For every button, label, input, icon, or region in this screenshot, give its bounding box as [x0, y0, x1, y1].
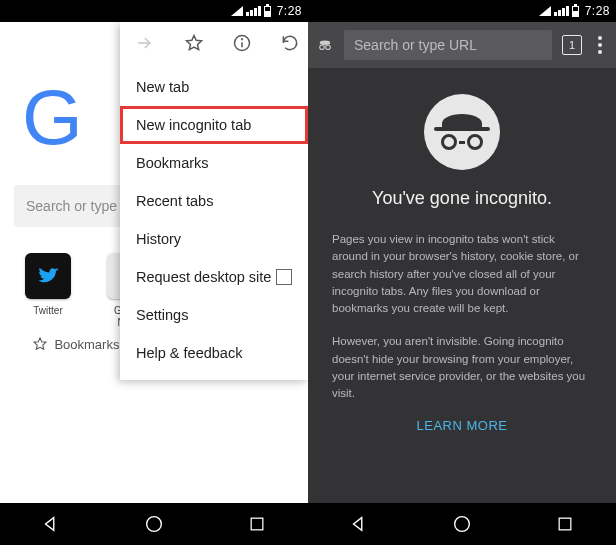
- svg-point-3: [242, 39, 243, 40]
- learn-more-link[interactable]: LEARN MORE: [332, 418, 592, 433]
- svg-point-6: [320, 41, 331, 46]
- bookmarks-link[interactable]: Bookmarks: [32, 336, 119, 352]
- nav-bar: [308, 503, 616, 545]
- svg-rect-10: [559, 518, 571, 530]
- battery-icon: [572, 6, 579, 17]
- menu-settings[interactable]: Settings: [120, 296, 308, 334]
- menu-help-feedback[interactable]: Help & feedback: [120, 334, 308, 372]
- menu-new-incognito-tab[interactable]: New incognito tab: [120, 106, 308, 144]
- status-bar: 7:28: [308, 0, 616, 22]
- shortcut-label: Twitter: [20, 305, 76, 317]
- forward-button[interactable]: [134, 33, 154, 57]
- recents-button[interactable]: [237, 504, 277, 544]
- twitter-icon: [25, 253, 71, 299]
- star-icon: [32, 336, 48, 352]
- nav-bar: [0, 503, 308, 545]
- incognito-toolbar: Search or type URL 1: [308, 22, 616, 68]
- cell-signal-icon: [554, 6, 569, 16]
- tab-switcher[interactable]: 1: [562, 35, 582, 55]
- svg-point-8: [326, 45, 331, 50]
- overflow-menu: New tab New incognito tab Bookmarks Rece…: [120, 22, 308, 380]
- cell-signal-icon: [246, 6, 261, 16]
- status-clock: 7:28: [585, 4, 610, 18]
- menu-top-row: [120, 22, 308, 68]
- battery-icon: [264, 6, 271, 17]
- incognito-icon: [316, 36, 334, 54]
- menu-history[interactable]: History: [120, 220, 308, 258]
- status-clock: 7:28: [277, 4, 302, 18]
- url-input[interactable]: Search or type URL: [344, 30, 552, 60]
- incognito-paragraph-2: However, you aren't invisible. Going inc…: [332, 333, 592, 402]
- back-button[interactable]: [31, 504, 71, 544]
- home-button[interactable]: [442, 504, 482, 544]
- back-button[interactable]: [339, 504, 379, 544]
- wifi-icon: [539, 6, 551, 16]
- phone-right: 7:28 Search or type URL 1 You've gone in…: [308, 0, 616, 545]
- search-placeholder: Search or type U: [26, 198, 131, 214]
- menu-request-desktop-site[interactable]: Request desktop site: [120, 258, 308, 296]
- incognito-title: You've gone incognito.: [332, 188, 592, 209]
- menu-new-tab[interactable]: New tab: [120, 68, 308, 106]
- right-content: Search or type URL 1 You've gone incogni…: [308, 22, 616, 503]
- wifi-icon: [231, 6, 243, 16]
- svg-point-9: [455, 517, 470, 532]
- reload-button[interactable]: [280, 33, 300, 57]
- incognito-illustration: [424, 94, 500, 170]
- svg-rect-5: [251, 518, 263, 530]
- menu-bookmarks[interactable]: Bookmarks: [120, 144, 308, 182]
- recents-button[interactable]: [545, 504, 585, 544]
- home-button[interactable]: [134, 504, 174, 544]
- bookmark-button[interactable]: [184, 33, 204, 57]
- incognito-paragraph-1: Pages you view in incognito tabs won't s…: [332, 231, 592, 317]
- info-button[interactable]: [232, 33, 252, 57]
- svg-point-7: [320, 45, 325, 50]
- svg-point-4: [147, 517, 162, 532]
- overflow-button[interactable]: [592, 36, 608, 54]
- status-bar: 7:28: [0, 0, 308, 22]
- menu-recent-tabs[interactable]: Recent tabs: [120, 182, 308, 220]
- checkbox-icon[interactable]: [276, 269, 292, 285]
- phone-left: 7:28 G Search or type U Twitter G: [0, 0, 308, 545]
